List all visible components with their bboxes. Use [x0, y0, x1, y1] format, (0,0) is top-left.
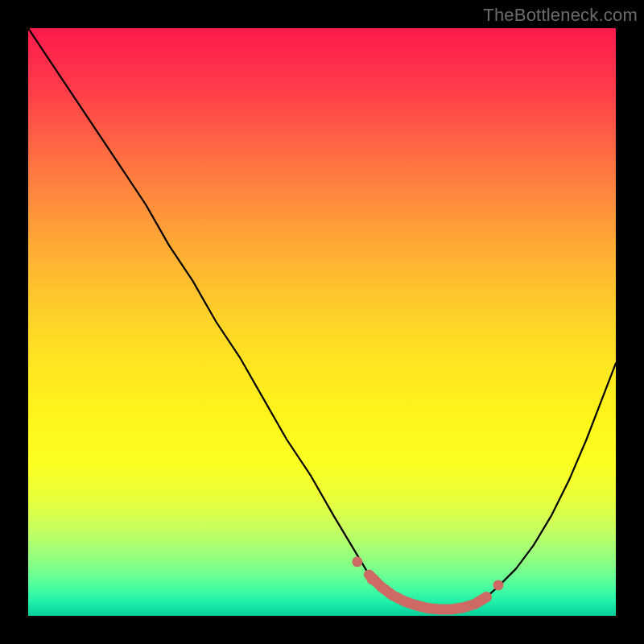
- plot-area: [28, 28, 616, 616]
- highlight-dot: [367, 574, 378, 584]
- bottleneck-curve: [28, 28, 616, 609]
- watermark-label: TheBottleneck.com: [483, 5, 638, 26]
- highlight-dot: [493, 580, 504, 591]
- optimal-range-highlight: [369, 575, 486, 609]
- highlight-dot: [352, 556, 362, 567]
- chart-svg: [28, 28, 616, 616]
- chart-stage: TheBottleneck.com: [0, 0, 644, 644]
